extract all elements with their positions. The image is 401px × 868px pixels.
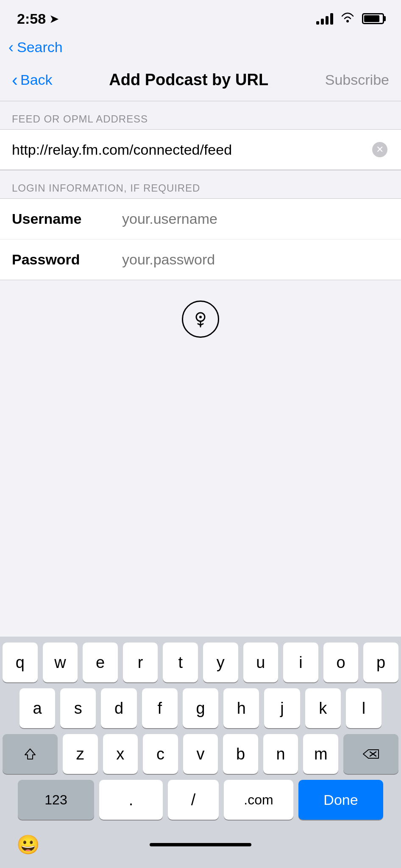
key-e[interactable]: e <box>83 643 118 682</box>
key-t[interactable]: t <box>163 643 198 682</box>
dot-key[interactable]: . <box>99 780 163 820</box>
emoji-key[interactable]: 😀 <box>11 830 45 860</box>
done-key[interactable]: Done <box>298 780 383 820</box>
numbers-key[interactable]: 123 <box>18 780 94 820</box>
clear-button[interactable]: ✕ <box>370 140 389 159</box>
password-row: Password <box>0 239 401 280</box>
key-s[interactable]: s <box>60 688 96 728</box>
key-b[interactable]: b <box>223 734 258 774</box>
signal-icon <box>316 13 333 25</box>
page-title: Add Podcast by URL <box>109 71 268 89</box>
key-a[interactable]: a <box>19 688 55 728</box>
keyboard-row-4: 123 . / .com Done <box>3 780 398 820</box>
key-c[interactable]: c <box>143 734 178 774</box>
login-section-header: LOGIN INFORMATION, IF REQUIRED <box>0 170 401 198</box>
key-z[interactable]: z <box>63 734 98 774</box>
key-i[interactable]: i <box>283 643 318 682</box>
back-button[interactable]: ‹ Back <box>12 70 53 90</box>
time-label: 2:58 <box>17 11 46 27</box>
nav-bar: ‹ Back Add Podcast by URL Subscribe <box>0 59 401 101</box>
keyboard: q w e r t y u i o p a s d f g h j k l z … <box>0 637 401 868</box>
location-icon: ➤ <box>49 12 59 26</box>
username-row: Username <box>0 199 401 239</box>
key-g[interactable]: g <box>183 688 218 728</box>
clear-icon: ✕ <box>372 142 387 157</box>
key-d[interactable]: d <box>101 688 136 728</box>
search-back-label: Search <box>17 39 63 56</box>
svg-point-0 <box>346 20 349 22</box>
key-o[interactable]: o <box>323 643 359 682</box>
login-section-label: LOGIN INFORMATION, IF REQUIRED <box>12 182 200 194</box>
key-q[interactable]: q <box>3 643 38 682</box>
back-nav: ‹ Search <box>0 37 401 59</box>
status-bar: 2:58 ➤ <box>0 0 401 37</box>
url-input-row: ✕ <box>0 129 401 170</box>
key-y[interactable]: y <box>203 643 238 682</box>
username-label: Username <box>12 211 122 227</box>
feed-section-header: FEED OR OPML ADDRESS <box>0 101 401 129</box>
key-l[interactable]: l <box>346 688 382 728</box>
keyboard-row-3: z x c v b n m <box>3 734 398 774</box>
slash-key[interactable]: / <box>168 780 219 820</box>
key-r[interactable]: r <box>123 643 158 682</box>
keyboard-row-1: q w e r t y u i o p <box>3 643 398 682</box>
wifi-icon <box>340 11 355 26</box>
dotcom-key[interactable]: .com <box>224 780 293 820</box>
keyboard-row-2: a s d f g h j k l <box>3 688 398 728</box>
login-form: Username Password <box>0 198 401 280</box>
url-input[interactable] <box>12 142 370 158</box>
key-n[interactable]: n <box>263 734 298 774</box>
key-u[interactable]: u <box>243 643 278 682</box>
password-manager-icon[interactable] <box>182 300 219 338</box>
status-time: 2:58 ➤ <box>17 11 59 27</box>
content-spacer <box>0 358 401 519</box>
key-v[interactable]: v <box>183 734 218 774</box>
key-m[interactable]: m <box>303 734 338 774</box>
password-manager-area[interactable] <box>0 280 401 358</box>
key-f[interactable]: f <box>142 688 178 728</box>
svg-point-2 <box>199 316 202 318</box>
key-x[interactable]: x <box>103 734 138 774</box>
password-label: Password <box>12 251 122 268</box>
key-w[interactable]: w <box>43 643 78 682</box>
keyboard-bottom: 😀 <box>3 826 398 868</box>
subscribe-button[interactable]: Subscribe <box>325 72 389 88</box>
backspace-key[interactable] <box>343 734 398 774</box>
nav-back-label: Back <box>20 72 53 88</box>
nav-back-chevron-icon: ‹ <box>12 70 18 90</box>
password-input[interactable] <box>122 251 389 268</box>
shift-key[interactable] <box>3 734 58 774</box>
battery-icon <box>362 13 384 24</box>
key-k[interactable]: k <box>305 688 341 728</box>
status-icons <box>316 11 384 26</box>
feed-section-label: FEED OR OPML ADDRESS <box>12 113 148 125</box>
key-h[interactable]: h <box>223 688 259 728</box>
home-indicator <box>150 843 251 846</box>
key-j[interactable]: j <box>264 688 300 728</box>
back-chevron-icon: ‹ <box>8 40 14 55</box>
key-p[interactable]: p <box>363 643 398 682</box>
username-input[interactable] <box>122 211 389 227</box>
search-back-link[interactable]: ‹ Search <box>8 39 63 56</box>
